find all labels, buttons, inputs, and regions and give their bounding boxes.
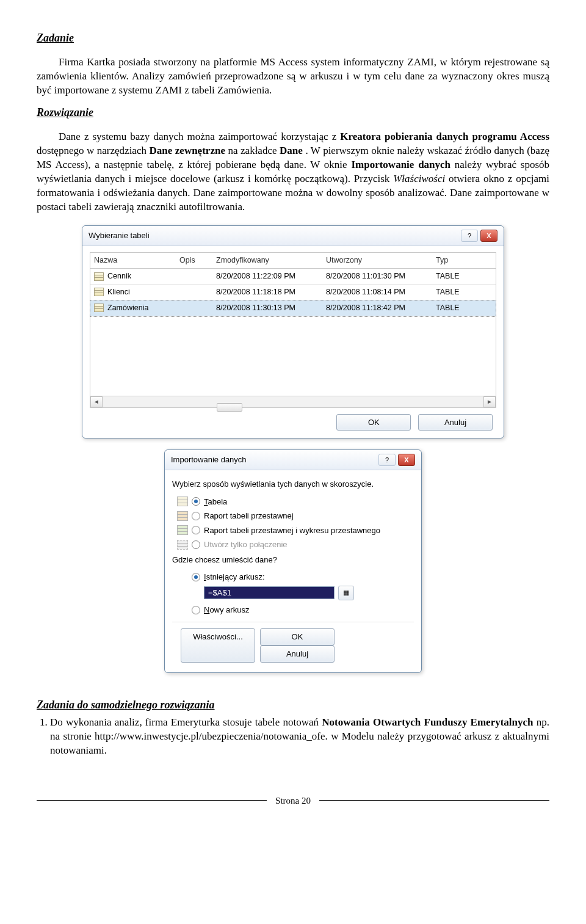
- radio-pivot[interactable]: [192, 512, 200, 520]
- zadanie-paragraph: Firma Kartka posiada stworzony na platfo…: [37, 56, 549, 98]
- col-zmodyfikowany[interactable]: Zmodyfikowany: [216, 255, 326, 266]
- text-bold: Importowanie danych: [351, 159, 450, 170]
- cell-cre: 8/20/2008 11:18:42 PM: [326, 303, 436, 313]
- option-table[interactable]: Tabela: [176, 495, 414, 509]
- text-bold: Dane: [280, 145, 303, 156]
- close-button[interactable]: X: [480, 230, 497, 242]
- text: na zakładce: [228, 145, 280, 156]
- option-label: owy arkusz: [209, 605, 249, 614]
- table-row[interactable]: Klienci 8/20/2008 11:18:18 PM 8/20/2008 …: [90, 285, 496, 300]
- text-bold: Dane zewnętrzne: [149, 145, 225, 156]
- ok-button[interactable]: OK: [260, 628, 335, 646]
- cell-cre: 8/20/2008 11:01:30 PM: [326, 271, 436, 282]
- text-italic: Właściwości: [393, 173, 445, 184]
- footer-rule: [37, 800, 267, 801]
- table-row[interactable]: Cennik 8/20/2008 11:22:09 PM 8/20/2008 1…: [90, 269, 496, 285]
- footer-rule: [319, 800, 549, 801]
- option-label: Raport tabeli przestawnej i wykresu prze…: [204, 525, 380, 536]
- cell-name: Cennik: [107, 272, 131, 280]
- table-list: Nazwa Opis Zmodyfikowany Utworzony Typ C…: [90, 252, 496, 408]
- cell-mod: 8/20/2008 11:30:13 PM: [216, 303, 326, 313]
- text: Dane z systemu bazy danych można zaimpor…: [59, 131, 340, 142]
- cell-name: Klienci: [107, 288, 130, 296]
- radio-pivot-chart[interactable]: [192, 526, 200, 534]
- table-icon: [177, 497, 188, 506]
- option-label: stniejący arkusz:: [206, 572, 265, 581]
- range-picker-button[interactable]: ▦: [338, 586, 354, 600]
- cell-reference-input[interactable]: [204, 586, 335, 599]
- text: Do wykonania analiz, firma Emeryturka st…: [50, 716, 322, 728]
- radio-connection: [192, 540, 200, 549]
- radio-table[interactable]: [192, 497, 200, 506]
- properties-button[interactable]: Właściwości...: [181, 628, 255, 662]
- exercise-list: Do wykonania analiz, firma Emeryturka st…: [37, 716, 549, 758]
- scroll-left-icon[interactable]: ◄: [90, 396, 103, 407]
- prompt-display-mode: Wybierz sposób wyświetlania tych danych …: [172, 479, 414, 490]
- pivot-icon: [177, 511, 188, 521]
- help-button[interactable]: ?: [461, 230, 478, 242]
- titlebar: Wybieranie tabeli ? X: [82, 226, 504, 246]
- dialog-wybieranie-tabeli: Wybieranie tabeli ? X Nazwa Opis Zmodyfi…: [82, 225, 504, 438]
- cell-mod: 8/20/2008 11:18:18 PM: [216, 287, 326, 297]
- table-row[interactable]: Zamówienia 8/20/2008 11:30:13 PM 8/20/20…: [90, 300, 496, 316]
- cell-reference-row: ▦: [204, 586, 414, 600]
- radio-new[interactable]: [192, 606, 200, 614]
- cell-cre: 8/20/2008 11:08:14 PM: [326, 287, 436, 297]
- table-header-row: Nazwa Opis Zmodyfikowany Utworzony Typ: [90, 253, 496, 269]
- dialog-importowanie-danych: Importowanie danych ? X Wybierz sposób w…: [164, 449, 422, 672]
- placement-options: Istniejący arkusz: ▦ Nowy arkusz: [176, 570, 414, 617]
- cell-type: TABLE: [436, 303, 485, 313]
- prompt-placement: Gdzie chcesz umieścić dane?: [172, 555, 414, 566]
- option-new-sheet[interactable]: Nowy arkusz: [176, 603, 414, 617]
- cell-name: Zamówienia: [107, 304, 148, 312]
- table-icon: [94, 304, 104, 312]
- scroll-right-icon[interactable]: ►: [483, 396, 496, 407]
- pivot-chart-icon: [177, 525, 188, 535]
- text-bold: Notowania Otwartych Funduszy Emerytalnyc…: [322, 716, 533, 728]
- col-opis[interactable]: Opis: [179, 255, 216, 266]
- heading-zadanie: Zadanie: [37, 31, 549, 45]
- list-item: Do wykonania analiz, firma Emeryturka st…: [50, 716, 549, 758]
- table-icon: [94, 288, 104, 296]
- titlebar: Importowanie danych ? X: [165, 450, 421, 470]
- page-number: Strona 20: [275, 795, 311, 807]
- option-label: Raport tabeli przestawnej: [204, 511, 294, 522]
- help-button[interactable]: ?: [378, 454, 396, 466]
- option-label: abela: [208, 497, 228, 506]
- connection-icon: [177, 540, 188, 550]
- cancel-button[interactable]: Anuluj: [418, 414, 493, 431]
- radio-existing[interactable]: [192, 573, 200, 581]
- cell-mod: 8/20/2008 11:22:09 PM: [216, 271, 326, 282]
- heading-samodzielne: Zadania do samodzielnego rozwiązania: [37, 697, 549, 712]
- ok-button[interactable]: OK: [336, 414, 411, 431]
- option-pivot[interactable]: Raport tabeli przestawnej: [176, 509, 414, 523]
- dialog-title: Importowanie danych: [171, 454, 247, 465]
- page-footer: Strona 20: [37, 795, 549, 807]
- text: dostępnego w narzędziach: [37, 145, 149, 156]
- text-bold: Kreatora pobierania danych programu Acce…: [340, 131, 549, 142]
- scroll-thumb[interactable]: [217, 403, 242, 412]
- option-label: Utwórz tylko połączenie: [204, 539, 288, 550]
- option-connection-only: Utwórz tylko połączenie: [176, 537, 414, 552]
- col-typ[interactable]: Typ: [436, 255, 485, 266]
- cell-type: TABLE: [436, 271, 485, 282]
- heading-rozwiazanie: Rozwiązanie: [37, 105, 549, 120]
- option-existing-sheet[interactable]: Istniejący arkusz:: [176, 570, 414, 584]
- close-button[interactable]: X: [398, 454, 415, 466]
- display-options: Tabela Raport tabeli przestawnej Raport …: [176, 495, 414, 552]
- horizontal-scrollbar[interactable]: ◄ ►: [90, 396, 496, 407]
- accel-letter: N: [204, 605, 209, 614]
- rozwiazanie-paragraph: Dane z systemu bazy danych można zaimpor…: [37, 130, 549, 214]
- dialog-body: Nazwa Opis Zmodyfikowany Utworzony Typ C…: [82, 246, 504, 438]
- cancel-button[interactable]: Anuluj: [260, 646, 335, 663]
- dialog-body: Wybierz sposób wyświetlania tych danych …: [165, 470, 421, 672]
- dialog-title: Wybieranie tabeli: [89, 230, 150, 241]
- table-icon: [94, 272, 104, 281]
- col-nazwa[interactable]: Nazwa: [94, 255, 179, 266]
- cell-type: TABLE: [436, 287, 485, 297]
- list-empty-area: [90, 316, 496, 396]
- col-utworzony[interactable]: Utworzony: [326, 255, 436, 266]
- option-pivot-chart[interactable]: Raport tabeli przestawnej i wykresu prze…: [176, 523, 414, 538]
